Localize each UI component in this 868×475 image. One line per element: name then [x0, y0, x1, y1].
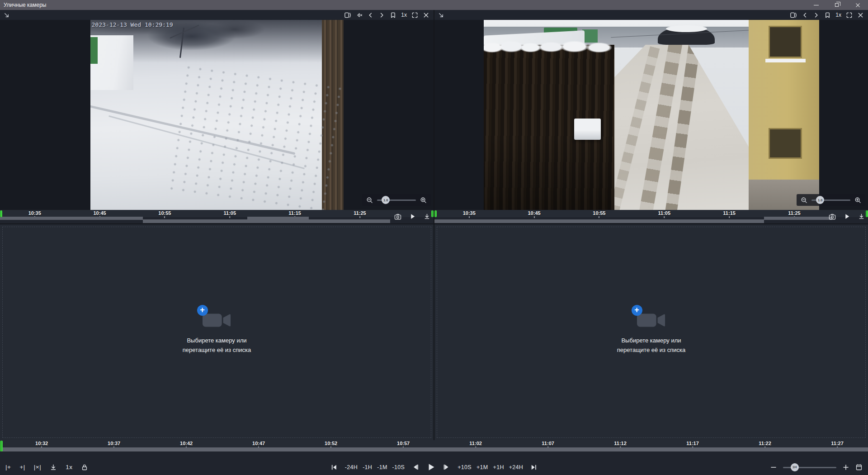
zoom-in-button[interactable]	[420, 197, 427, 204]
camera-placeholder[interactable]: +	[202, 310, 232, 331]
close-window-button[interactable]	[847, 0, 868, 10]
timeline-actions	[829, 213, 865, 220]
zoom-slider[interactable]: 1.0	[811, 196, 850, 204]
camera-drop-zone[interactable]: + Выбирете камеру или перетащите её из с…	[437, 227, 866, 438]
close-camera-button[interactable]	[856, 11, 865, 19]
bookmark-button[interactable]	[823, 11, 832, 19]
minimize-button[interactable]	[806, 0, 826, 10]
jump-forward-button[interactable]: +24H	[509, 464, 523, 470]
zoom-out-button[interactable]	[801, 197, 807, 204]
jump-back-button[interactable]: -24H	[345, 464, 358, 470]
marker-clear-button[interactable]: |×|	[34, 464, 41, 470]
next-camera-button[interactable]	[377, 11, 386, 19]
camera-timeline[interactable]: 10:3510:4510:5511:0511:1511:25	[0, 210, 434, 223]
jump-back-button[interactable]: -1M	[377, 464, 387, 470]
add-camera-button[interactable]: +	[632, 305, 642, 316]
aspect-panel-button[interactable]	[344, 11, 352, 19]
play-button[interactable]	[844, 213, 850, 220]
video-area[interactable]: 2023-12-13 Wed 10:29:19 1.0	[0, 20, 434, 210]
recording-segment[interactable]	[434, 219, 764, 223]
snapshot-button[interactable]	[394, 214, 401, 220]
step-forward-button[interactable]	[443, 463, 450, 471]
camera-panel-bottom-left[interactable]: + Выбирете камеру или перетащите её из с…	[0, 224, 434, 440]
lock-button[interactable]	[81, 464, 88, 471]
timeline-tick: 11:25	[354, 210, 366, 218]
skip-start-button[interactable]	[330, 464, 338, 471]
calendar-button[interactable]	[855, 464, 863, 471]
jump-forward-button[interactable]: +1M	[476, 464, 488, 470]
zoom-in-button[interactable]	[854, 197, 861, 204]
video-area[interactable]: 1.0	[434, 20, 868, 210]
timeline-tick: 11:05	[224, 210, 236, 218]
jump-back-button[interactable]: -1H	[363, 464, 372, 470]
expand-panel-button[interactable]	[438, 12, 444, 19]
zoom-slider-knob[interactable]: 1.0	[816, 196, 824, 204]
fullscreen-button[interactable]	[410, 11, 419, 19]
add-camera-button[interactable]: +	[197, 305, 208, 316]
timeline-tick-label: 11:22	[759, 441, 771, 446]
timeline-scale[interactable]: 10:3510:4510:5511:0511:1511:25	[434, 210, 868, 217]
plus-icon	[842, 464, 849, 471]
snapshot-button[interactable]	[829, 214, 836, 220]
jump-back-button[interactable]: -10S	[392, 464, 405, 470]
play-pause-button[interactable]	[427, 463, 435, 471]
bookmark-icon	[390, 12, 396, 19]
marker-in-button[interactable]: |+	[5, 464, 11, 470]
timeline-tick-label: 11:02	[469, 441, 482, 446]
timeline-end-marker[interactable]	[431, 210, 434, 217]
timeline-tick-label: 10:45	[93, 210, 106, 216]
expand-panel-button[interactable]	[3, 12, 10, 19]
next-camera-button[interactable]	[812, 11, 821, 19]
timeline-range-slider[interactable]: 1H	[783, 463, 836, 471]
timeline-start-marker[interactable]	[0, 210, 2, 217]
range-slider-knob[interactable]: 1H	[791, 463, 799, 471]
video-frame-street	[484, 20, 819, 210]
panel-speed-label[interactable]: 1x	[400, 12, 408, 18]
prev-camera-button[interactable]	[801, 11, 809, 19]
restore-button[interactable]	[826, 0, 847, 10]
timeline-end-marker[interactable]	[866, 210, 868, 217]
jump-forward-button[interactable]: +10S	[458, 464, 472, 470]
fullscreen-button[interactable]	[845, 11, 854, 19]
recording-segment[interactable]	[143, 219, 390, 223]
recording-segment[interactable]	[0, 217, 143, 220]
download-button[interactable]	[424, 213, 430, 220]
prev-camera-button[interactable]	[366, 11, 375, 19]
empty-panel-message: Выбирете камеру или перетащите её из спи…	[617, 336, 685, 354]
aspect-panel-button[interactable]	[789, 11, 798, 19]
camera-panel-bottom-right[interactable]: + Выбирете камеру или перетащите её из с…	[434, 224, 868, 440]
timeline-zoom-out-button[interactable]	[770, 464, 777, 471]
panel-speed-label[interactable]: 1x	[835, 12, 842, 18]
download-button[interactable]	[858, 213, 865, 220]
timeline-start-marker[interactable]	[434, 210, 437, 217]
skip-end-button[interactable]	[530, 464, 538, 471]
scene-layer	[658, 27, 715, 45]
jump-forward-button[interactable]: +1H	[493, 464, 504, 470]
timeline-scale[interactable]: 10:3510:4510:5511:0511:1511:25	[0, 210, 434, 217]
zoom-slider-knob[interactable]: 1.0	[382, 196, 390, 204]
global-playhead-marker[interactable]	[0, 441, 3, 451]
marker-out-button[interactable]: +|	[19, 464, 25, 470]
close-camera-button[interactable]	[422, 11, 430, 19]
bookmark-button[interactable]	[389, 11, 397, 19]
global-recording-track[interactable]	[0, 447, 868, 451]
audio-muted-button[interactable]	[355, 11, 363, 19]
camera-placeholder[interactable]: +	[637, 310, 666, 331]
timeline-tick-label: 10:52	[325, 441, 337, 446]
step-forward-icon	[443, 463, 450, 471]
global-timeline[interactable]: 10:3210:3710:4210:4710:5210:5711:0211:07…	[0, 440, 868, 452]
global-timeline-scale[interactable]: 10:3210:3710:4210:4710:5210:5711:0211:07…	[0, 440, 868, 447]
play-button[interactable]	[409, 213, 416, 220]
step-back-button[interactable]	[412, 463, 420, 471]
global-speed-label[interactable]: 1x	[66, 464, 72, 470]
camera-timeline[interactable]: 10:3510:4510:5511:0511:1511:25	[434, 210, 868, 223]
titlebar: Уличные камеры	[0, 0, 868, 10]
recording-segment[interactable]	[764, 217, 833, 220]
zoom-out-button[interactable]	[366, 197, 373, 204]
zoom-slider[interactable]: 1.0	[377, 196, 416, 204]
camera-drop-zone[interactable]: + Выбирете камеру или перетащите её из с…	[2, 227, 431, 438]
snapshot-icon	[394, 214, 401, 220]
timeline-tick-label: 10:35	[28, 210, 41, 216]
export-download-button[interactable]	[50, 464, 57, 471]
timeline-zoom-in-button[interactable]	[842, 464, 849, 471]
